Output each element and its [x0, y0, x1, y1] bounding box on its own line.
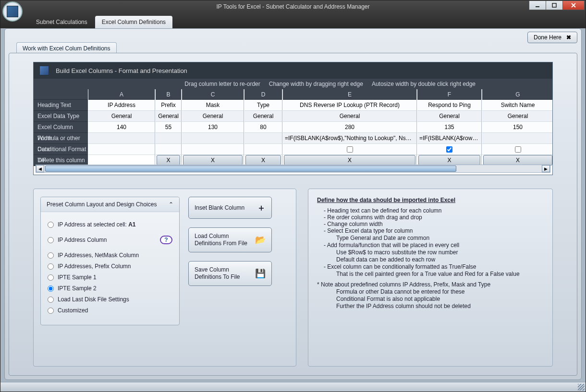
resize-grip[interactable]	[578, 384, 585, 391]
preset-radio[interactable]	[48, 252, 54, 259]
preset-radio[interactable]	[48, 222, 54, 228]
cell-formula[interactable]	[244, 133, 282, 144]
cell-datatype[interactable]: General	[182, 111, 244, 122]
conditional-checkbox[interactable]	[515, 146, 521, 153]
cell-heading[interactable]: Type	[244, 100, 282, 111]
cell-heading[interactable]: IP Address	[88, 100, 155, 111]
cell-formula[interactable]	[182, 133, 244, 144]
preset-option[interactable]: IPTE Sample 2	[48, 285, 172, 292]
maximize-button[interactable]	[546, 0, 563, 10]
svg-rect-1	[552, 3, 556, 7]
tab-subnet-calculations[interactable]: Subnet Calculations	[29, 16, 94, 28]
cell-conditional[interactable]	[417, 144, 481, 155]
cell-heading[interactable]: DNS Reverse IP Lookup (PTR Record)	[283, 100, 416, 111]
cell-heading[interactable]: Mask	[182, 100, 244, 111]
delete-column-button[interactable]: X	[418, 155, 480, 166]
column-letter[interactable]: B	[156, 89, 181, 100]
preset-radio[interactable]	[48, 274, 54, 281]
help-line: That is the cell painted green for a Tru…	[317, 271, 544, 277]
delete-placeholder	[88, 155, 155, 166]
preset-option[interactable]: IP Address at selected cell: A1	[48, 221, 172, 228]
cell-width[interactable]: 80	[244, 122, 282, 133]
tab-excel-column-definitions[interactable]: Excel Column Definitions	[95, 16, 172, 28]
cell-formula[interactable]: =IF(ISBLANK(A$row$),"N...	[417, 133, 481, 144]
preset-option[interactable]: IPTE Sample 1	[48, 274, 172, 281]
cell-conditional[interactable]	[244, 144, 282, 155]
delete-column-button[interactable]: X	[284, 155, 415, 166]
scroll-right-button[interactable]: ▶	[542, 165, 550, 172]
cell-datatype[interactable]: General	[417, 111, 481, 122]
column-letter[interactable]: D	[244, 89, 282, 100]
scroll-thumb[interactable]	[45, 166, 456, 172]
cell-width[interactable]: 280	[283, 122, 416, 133]
preset-option-label: IP Address Column	[58, 237, 107, 243]
done-here-label: Done Here	[534, 34, 562, 41]
app-window: IP Tools for Excel - Subnet Calculator a…	[0, 0, 586, 392]
preset-radio[interactable]	[48, 285, 54, 292]
preset-option-label: Load Last Disk File Settings	[58, 296, 129, 303]
cell-conditional[interactable]	[482, 144, 552, 155]
cell-datatype[interactable]: General	[88, 111, 155, 122]
cell-heading[interactable]: Respond to Ping	[417, 100, 481, 111]
cell-formula[interactable]	[88, 133, 155, 144]
cell-datatype[interactable]: General	[244, 111, 282, 122]
column-letter[interactable]: E	[283, 89, 416, 100]
close-button[interactable]	[562, 0, 585, 10]
cell-heading[interactable]: Switch Name	[482, 100, 552, 111]
cell-conditional[interactable]	[182, 144, 244, 155]
minimize-button[interactable]	[529, 0, 546, 10]
preset-option-label: IPTE Sample 1	[58, 274, 97, 281]
app-icon[interactable]	[2, 1, 23, 22]
cell-conditional[interactable]	[156, 144, 181, 155]
horizontal-scrollbar[interactable]: ◀ ▶	[36, 165, 550, 173]
cell-formula[interactable]: =IF(ISBLANK(A$row$),"Nothing to Lookup",…	[283, 133, 416, 144]
cell-conditional[interactable]	[88, 144, 155, 155]
row-header-conditional: Conditional Format T/F	[34, 144, 88, 155]
column-D: DTypeGeneral80X	[244, 89, 282, 166]
column-letter[interactable]: G	[482, 89, 552, 100]
preset-panel-header[interactable]: Preset Column Layout and Design Choices …	[41, 197, 179, 212]
scroll-left-button[interactable]: ◀	[36, 165, 44, 172]
help-icon[interactable]: ?	[160, 236, 172, 244]
cell-heading[interactable]: Prefix	[156, 100, 181, 111]
preset-radio[interactable]	[48, 263, 54, 270]
preset-option[interactable]: Customized	[48, 307, 172, 314]
cell-datatype[interactable]: General	[482, 111, 552, 122]
main-pane: Done Here ✖ Work with Excel Colum Defini…	[4, 28, 582, 380]
row-header-blank	[34, 89, 88, 100]
preset-option[interactable]: Load Last Disk File Settings	[48, 296, 172, 303]
cell-width[interactable]: 55	[156, 122, 181, 133]
cell-width[interactable]: 130	[182, 122, 244, 133]
preset-option[interactable]: IP Address Column	[48, 237, 107, 243]
cell-width[interactable]: 135	[417, 122, 481, 133]
cell-conditional[interactable]	[283, 144, 416, 155]
save-definitions-button[interactable]: Save Column Definitions To File 💾	[188, 261, 272, 286]
preset-radio[interactable]	[48, 237, 54, 243]
column-A: AIP AddressGeneral140	[88, 89, 155, 166]
preset-radio[interactable]	[48, 308, 54, 314]
cell-width[interactable]: 150	[482, 122, 552, 133]
help-line: - Select Excel data type for column	[324, 227, 544, 234]
delete-column-button[interactable]: X	[483, 155, 552, 166]
column-letter[interactable]: C	[182, 89, 244, 100]
column-letter[interactable]: F	[417, 89, 481, 100]
cell-formula[interactable]	[482, 133, 552, 144]
close-icon: ✖	[566, 34, 571, 41]
conditional-checkbox[interactable]	[446, 146, 452, 153]
load-definitions-button[interactable]: Load Column Definitions From File 📂	[188, 227, 272, 252]
delete-column-button[interactable]: X	[183, 155, 243, 166]
column-letter[interactable]: A	[88, 89, 155, 100]
preset-option[interactable]: IP Addresses, Prefix Column	[48, 263, 172, 270]
cell-formula[interactable]	[156, 133, 181, 144]
delete-column-button[interactable]: X	[157, 155, 180, 166]
done-here-button[interactable]: Done Here ✖	[527, 32, 577, 43]
delete-column-button[interactable]: X	[245, 155, 281, 166]
conditional-checkbox[interactable]	[347, 146, 353, 153]
preset-option[interactable]: IP Addresses, NetMask Column	[48, 252, 172, 259]
cell-width[interactable]: 140	[88, 122, 155, 133]
preset-option-label: IP Addresses, NetMask Column	[58, 252, 139, 259]
preset-radio[interactable]	[48, 297, 54, 303]
cell-datatype[interactable]: General	[283, 111, 416, 122]
cell-datatype[interactable]: General	[156, 111, 181, 122]
insert-blank-column-button[interactable]: Inset Blank Column ＋	[188, 197, 272, 219]
